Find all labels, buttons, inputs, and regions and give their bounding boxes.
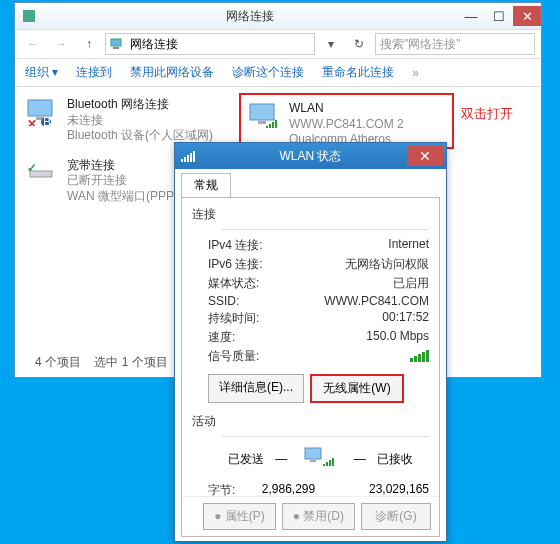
- svg-rect-13: [272, 122, 274, 128]
- disable-button[interactable]: ● 禁用(D): [282, 503, 355, 530]
- signal-label: 信号质量:: [208, 348, 410, 365]
- svg-rect-10: [258, 121, 266, 124]
- minimize-button[interactable]: —: [457, 6, 485, 26]
- svg-rect-15: [305, 448, 321, 459]
- conn-name: WLAN: [289, 101, 446, 117]
- nav-back-button[interactable]: ←: [21, 33, 45, 55]
- rename-button[interactable]: 重命名此连接: [322, 64, 394, 81]
- connect-button[interactable]: 连接到: [76, 64, 112, 81]
- overflow-button[interactable]: »: [412, 66, 419, 80]
- svg-rect-2: [28, 100, 52, 116]
- duration-label: 持续时间:: [208, 310, 382, 327]
- svg-rect-20: [332, 458, 334, 466]
- dialog-titlebar[interactable]: WLAN 状态 ✕: [175, 143, 446, 169]
- selection-count: 选中 1 个项目: [94, 355, 167, 369]
- diagnose-button[interactable]: 诊断这个连接: [232, 64, 304, 81]
- media-value: 已启用: [393, 275, 429, 292]
- svg-text:B: B: [43, 115, 51, 126]
- netadapter-icon: [110, 38, 124, 50]
- search-input[interactable]: 搜索"网络连接": [375, 33, 535, 55]
- path-segment[interactable]: 网络连接: [130, 36, 178, 53]
- speed-value: 150.0 Mbps: [366, 329, 429, 346]
- ipv4-value: Internet: [388, 237, 429, 254]
- maximize-button[interactable]: ☐: [485, 6, 513, 26]
- properties-button[interactable]: ● 属性(P): [203, 503, 276, 530]
- svg-rect-14: [275, 120, 277, 128]
- speed-label: 速度:: [208, 329, 366, 346]
- wlan-status-dialog: WLAN 状态 ✕ 常规 连接 IPv4 连接:Internet IPv6 连接…: [174, 142, 447, 542]
- dash: —: [354, 452, 366, 466]
- address-bar[interactable]: 网络连接: [105, 33, 315, 55]
- divider: [222, 436, 429, 437]
- dialog-title: WLAN 状态: [175, 148, 446, 165]
- conn-name: Bluetooth 网络连接: [67, 97, 227, 113]
- ipv6-label: IPv6 连接:: [208, 256, 345, 273]
- svg-text:✓: ✓: [27, 161, 37, 175]
- svg-rect-9: [250, 104, 274, 120]
- svg-rect-0: [111, 39, 121, 46]
- svg-rect-19: [329, 460, 331, 466]
- svg-rect-18: [326, 462, 328, 466]
- divider: [222, 229, 429, 230]
- tab-strip: 常规: [175, 169, 446, 197]
- ipv6-value: 无网络访问权限: [345, 256, 429, 273]
- connection-wlan-highlighted: WLAN WWW.PC841.COM 2 Qualcomm Atheros AR…: [239, 93, 454, 149]
- titlebar[interactable]: 网络连接 — ☐ ✕: [15, 3, 541, 29]
- netadapter-icon: [23, 10, 35, 22]
- item-count: 4 个项目: [35, 355, 81, 369]
- signal-strength-icon: [410, 348, 429, 362]
- refresh-button[interactable]: ↻: [347, 33, 371, 55]
- wireless-properties-button[interactable]: 无线属性(W): [310, 374, 404, 403]
- received-label: 已接收: [377, 451, 413, 468]
- conn-status: 未连接: [67, 113, 227, 129]
- status-bar: 4 个项目 选中 1 个项目: [35, 354, 168, 371]
- svg-rect-1: [113, 47, 119, 49]
- section-activity-header: 活动: [192, 413, 429, 430]
- annotation-text: 双击打开: [461, 105, 513, 123]
- nav-forward-button[interactable]: →: [49, 33, 73, 55]
- tab-general[interactable]: 常规: [181, 173, 231, 197]
- organize-menu[interactable]: 组织 ▾: [25, 64, 58, 81]
- svg-rect-16: [310, 460, 316, 462]
- ssid-label: SSID:: [208, 294, 324, 308]
- tab-panel: 连接 IPv4 连接:Internet IPv6 连接:无网络访问权限 媒体状态…: [181, 197, 440, 537]
- ipv4-label: IPv4 连接:: [208, 237, 388, 254]
- dropdown-button[interactable]: ▾: [319, 33, 343, 55]
- activity-icon: [299, 443, 343, 475]
- media-label: 媒体状态:: [208, 275, 393, 292]
- diagnose-button[interactable]: 诊断(G): [361, 503, 431, 530]
- duration-value: 00:17:52: [382, 310, 429, 327]
- section-connection-header: 连接: [192, 206, 429, 223]
- monitor-icon: ✕B: [25, 97, 61, 127]
- dash: —: [275, 452, 287, 466]
- monitor-icon: [247, 101, 283, 131]
- dialog-footer: ● 属性(P) ● 禁用(D) 诊断(G): [182, 496, 439, 536]
- command-bar: 组织 ▾ 连接到 禁用此网络设备 诊断这个连接 重命名此连接 »: [15, 59, 541, 87]
- svg-text:✕: ✕: [27, 117, 37, 126]
- dialog-close-button[interactable]: ✕: [407, 146, 443, 166]
- connection-bluetooth[interactable]: ✕B Bluetooth 网络连接 未连接 Bluetooth 设备(个人区域网…: [21, 93, 231, 148]
- window-title: 网络连接: [43, 8, 457, 25]
- svg-rect-12: [269, 124, 271, 128]
- close-button[interactable]: ✕: [513, 6, 541, 26]
- sent-label: 已发送: [228, 451, 264, 468]
- svg-rect-17: [323, 464, 325, 466]
- nav-up-button[interactable]: ↑: [77, 33, 101, 55]
- nav-bar: ← → ↑ 网络连接 ▾ ↻ 搜索"网络连接": [15, 29, 541, 59]
- details-button[interactable]: 详细信息(E)...: [208, 374, 304, 403]
- conn-status: WWW.PC841.COM 2: [289, 117, 446, 133]
- disable-button[interactable]: 禁用此网络设备: [130, 64, 214, 81]
- broadband-icon: ✓: [25, 158, 61, 188]
- svg-rect-11: [266, 126, 268, 128]
- ssid-value: WWW.PC841.COM: [324, 294, 429, 308]
